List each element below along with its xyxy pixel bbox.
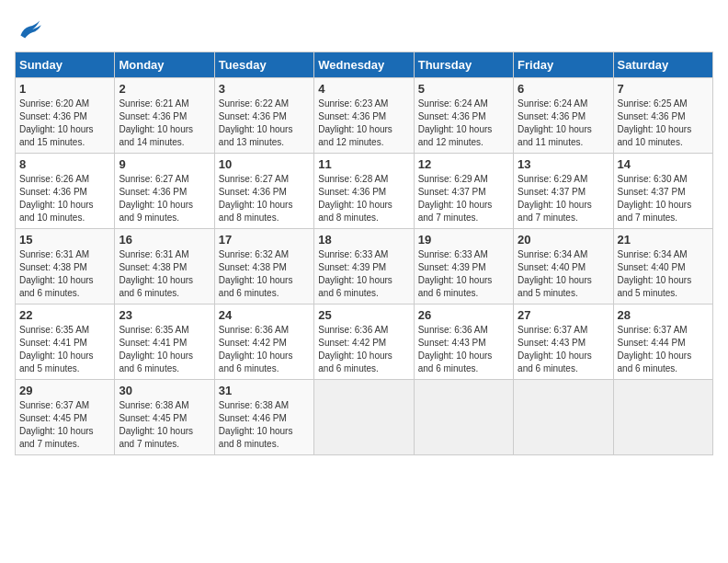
calendar-cell: 4 Sunrise: 6:23 AMSunset: 4:36 PMDayligh… <box>314 78 414 154</box>
day-info: Sunrise: 6:35 AMSunset: 4:41 PMDaylight:… <box>119 325 193 373</box>
day-info: Sunrise: 6:21 AMSunset: 4:36 PMDaylight:… <box>119 98 193 147</box>
calendar-cell <box>613 380 712 455</box>
day-number: 29 <box>19 384 110 397</box>
day-number: 18 <box>318 233 409 247</box>
week-row-5: 29 Sunrise: 6:37 AMSunset: 4:45 PMDaylig… <box>16 380 713 455</box>
day-info: Sunrise: 6:24 AMSunset: 4:36 PMDaylight:… <box>518 98 592 147</box>
calendar-cell: 15 Sunrise: 6:31 AMSunset: 4:38 PMDaylig… <box>16 229 115 304</box>
day-info: Sunrise: 6:31 AMSunset: 4:38 PMDaylight:… <box>119 249 193 298</box>
day-number: 5 <box>418 82 509 96</box>
day-number: 8 <box>19 157 110 171</box>
day-number: 9 <box>119 157 210 171</box>
day-number: 3 <box>219 82 310 96</box>
calendar-cell: 12 Sunrise: 6:29 AMSunset: 4:37 PMDaylig… <box>414 154 513 229</box>
day-info: Sunrise: 6:36 AMSunset: 4:43 PMDaylight:… <box>418 325 493 373</box>
week-row-4: 22 Sunrise: 6:35 AMSunset: 4:41 PMDaylig… <box>16 304 713 380</box>
day-info: Sunrise: 6:38 AMSunset: 4:46 PMDaylight:… <box>219 400 293 449</box>
calendar-cell: 31 Sunrise: 6:38 AMSunset: 4:46 PMDaylig… <box>214 380 313 455</box>
day-number: 23 <box>119 308 210 322</box>
calendar-cell: 26 Sunrise: 6:36 AMSunset: 4:43 PMDaylig… <box>414 304 513 380</box>
calendar-cell: 27 Sunrise: 6:37 AMSunset: 4:43 PMDaylig… <box>514 304 613 380</box>
day-number: 20 <box>518 233 609 247</box>
day-info: Sunrise: 6:30 AMSunset: 4:37 PMDaylight:… <box>618 174 692 223</box>
day-number: 26 <box>418 308 509 322</box>
calendar-cell: 24 Sunrise: 6:36 AMSunset: 4:42 PMDaylig… <box>214 304 313 380</box>
week-row-1: 1 Sunrise: 6:20 AMSunset: 4:36 PMDayligh… <box>16 78 713 154</box>
day-info: Sunrise: 6:36 AMSunset: 4:42 PMDaylight:… <box>219 325 293 373</box>
day-info: Sunrise: 6:37 AMSunset: 4:44 PMDaylight:… <box>618 325 692 373</box>
calendar-cell: 7 Sunrise: 6:25 AMSunset: 4:36 PMDayligh… <box>613 78 712 154</box>
calendar-cell: 30 Sunrise: 6:38 AMSunset: 4:45 PMDaylig… <box>115 380 214 455</box>
calendar-cell: 5 Sunrise: 6:24 AMSunset: 4:36 PMDayligh… <box>414 78 513 154</box>
day-info: Sunrise: 6:36 AMSunset: 4:42 PMDaylight:… <box>318 325 392 373</box>
day-info: Sunrise: 6:29 AMSunset: 4:37 PMDaylight:… <box>418 174 493 223</box>
day-number: 7 <box>618 82 709 96</box>
calendar-cell: 9 Sunrise: 6:27 AMSunset: 4:36 PMDayligh… <box>115 154 214 229</box>
day-number: 11 <box>318 157 409 171</box>
day-info: Sunrise: 6:35 AMSunset: 4:41 PMDaylight:… <box>19 325 94 373</box>
logo-bird-icon <box>15 15 44 44</box>
calendar-cell: 19 Sunrise: 6:33 AMSunset: 4:39 PMDaylig… <box>414 229 513 304</box>
day-number: 4 <box>318 82 409 96</box>
day-number: 16 <box>119 233 210 247</box>
day-info: Sunrise: 6:27 AMSunset: 4:36 PMDaylight:… <box>119 174 193 223</box>
calendar-header: SundayMondayTuesdayWednesdayThursdayFrid… <box>16 52 713 78</box>
day-info: Sunrise: 6:20 AMSunset: 4:36 PMDaylight:… <box>19 98 94 147</box>
calendar-cell <box>414 380 513 455</box>
calendar-cell: 29 Sunrise: 6:37 AMSunset: 4:45 PMDaylig… <box>16 380 115 455</box>
day-number: 24 <box>219 308 310 322</box>
day-info: Sunrise: 6:28 AMSunset: 4:36 PMDaylight:… <box>318 174 392 223</box>
calendar-cell: 20 Sunrise: 6:34 AMSunset: 4:40 PMDaylig… <box>514 229 613 304</box>
day-number: 1 <box>19 82 110 96</box>
day-info: Sunrise: 6:37 AMSunset: 4:43 PMDaylight:… <box>518 325 592 373</box>
calendar-cell: 10 Sunrise: 6:27 AMSunset: 4:36 PMDaylig… <box>214 154 313 229</box>
calendar-cell: 22 Sunrise: 6:35 AMSunset: 4:41 PMDaylig… <box>16 304 115 380</box>
calendar-cell: 8 Sunrise: 6:26 AMSunset: 4:36 PMDayligh… <box>16 154 115 229</box>
day-number: 14 <box>618 157 709 171</box>
calendar-cell: 2 Sunrise: 6:21 AMSunset: 4:36 PMDayligh… <box>115 78 214 154</box>
calendar-cell: 23 Sunrise: 6:35 AMSunset: 4:41 PMDaylig… <box>115 304 214 380</box>
day-info: Sunrise: 6:37 AMSunset: 4:45 PMDaylight:… <box>19 400 94 449</box>
day-number: 10 <box>219 157 310 171</box>
day-info: Sunrise: 6:34 AMSunset: 4:40 PMDaylight:… <box>618 249 692 298</box>
day-info: Sunrise: 6:34 AMSunset: 4:40 PMDaylight:… <box>518 249 592 298</box>
day-number: 15 <box>19 233 110 247</box>
calendar-cell: 3 Sunrise: 6:22 AMSunset: 4:36 PMDayligh… <box>214 78 313 154</box>
day-number: 13 <box>518 157 609 171</box>
header-day-saturday: Saturday <box>613 52 712 78</box>
day-info: Sunrise: 6:38 AMSunset: 4:45 PMDaylight:… <box>119 400 193 449</box>
day-info: Sunrise: 6:27 AMSunset: 4:36 PMDaylight:… <box>219 174 293 223</box>
day-number: 17 <box>219 233 310 247</box>
day-number: 30 <box>119 384 210 397</box>
day-number: 19 <box>418 233 509 247</box>
day-info: Sunrise: 6:29 AMSunset: 4:37 PMDaylight:… <box>518 174 592 223</box>
calendar-cell: 11 Sunrise: 6:28 AMSunset: 4:36 PMDaylig… <box>314 154 414 229</box>
day-info: Sunrise: 6:33 AMSunset: 4:39 PMDaylight:… <box>318 249 392 298</box>
header-day-friday: Friday <box>514 52 613 78</box>
header-day-thursday: Thursday <box>414 52 513 78</box>
day-info: Sunrise: 6:24 AMSunset: 4:36 PMDaylight:… <box>418 98 493 147</box>
header-day-monday: Monday <box>115 52 214 78</box>
day-number: 31 <box>219 384 310 397</box>
calendar-cell <box>314 380 414 455</box>
day-info: Sunrise: 6:26 AMSunset: 4:36 PMDaylight:… <box>19 174 94 223</box>
header-day-tuesday: Tuesday <box>214 52 313 78</box>
header-day-sunday: Sunday <box>16 52 115 78</box>
week-row-2: 8 Sunrise: 6:26 AMSunset: 4:36 PMDayligh… <box>16 154 713 229</box>
day-number: 25 <box>318 308 409 322</box>
day-info: Sunrise: 6:22 AMSunset: 4:36 PMDaylight:… <box>219 98 293 147</box>
day-info: Sunrise: 6:25 AMSunset: 4:36 PMDaylight:… <box>618 98 692 147</box>
calendar-cell: 21 Sunrise: 6:34 AMSunset: 4:40 PMDaylig… <box>613 229 712 304</box>
day-number: 6 <box>518 82 609 96</box>
calendar-body: 1 Sunrise: 6:20 AMSunset: 4:36 PMDayligh… <box>16 78 713 455</box>
day-number: 22 <box>19 308 110 322</box>
calendar-cell: 17 Sunrise: 6:32 AMSunset: 4:38 PMDaylig… <box>214 229 313 304</box>
calendar-cell: 1 Sunrise: 6:20 AMSunset: 4:36 PMDayligh… <box>16 78 115 154</box>
calendar-cell <box>514 380 613 455</box>
calendar-cell: 14 Sunrise: 6:30 AMSunset: 4:37 PMDaylig… <box>613 154 712 229</box>
calendar-cell: 13 Sunrise: 6:29 AMSunset: 4:37 PMDaylig… <box>514 154 613 229</box>
calendar-cell: 25 Sunrise: 6:36 AMSunset: 4:42 PMDaylig… <box>314 304 414 380</box>
day-info: Sunrise: 6:33 AMSunset: 4:39 PMDaylight:… <box>418 249 493 298</box>
week-row-3: 15 Sunrise: 6:31 AMSunset: 4:38 PMDaylig… <box>16 229 713 304</box>
logo <box>15 15 48 44</box>
